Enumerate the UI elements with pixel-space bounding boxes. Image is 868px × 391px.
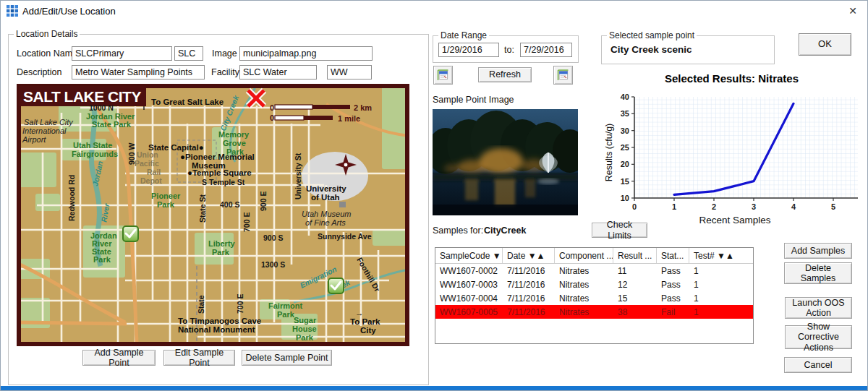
y-axis-tick-label: 15	[621, 177, 629, 186]
map-label: Utah Museum	[302, 210, 351, 218]
results-chart: 01234510152025303540 Results (cfu/g) Rec…	[603, 86, 860, 231]
window-title: Add/Edit/Use Location	[22, 6, 116, 17]
x-axis-tick-label: 5	[831, 202, 835, 211]
date-range-label: Date Range	[438, 30, 489, 40]
add-samples-button[interactable]: Add Samples	[784, 243, 852, 259]
add-sample-point-button[interactable]: Add Sample Point	[82, 350, 156, 366]
table-cell: WW1607-0004	[435, 291, 503, 305]
date-to-field[interactable]: 7/29/2016	[520, 43, 572, 57]
show-corrective-actions-button[interactable]: Show Corrective Actions	[785, 325, 852, 349]
table-cell: Nitrates	[555, 264, 613, 278]
table-row[interactable]: WW1607-00057/11/2016Nitrates38Fail1	[435, 305, 753, 319]
column-header[interactable]: SampleCode ▼ ...	[435, 248, 503, 263]
delete-samples-button[interactable]: Delete Samples	[784, 262, 852, 284]
map-label: House	[292, 325, 317, 333]
date-to-label: to:	[504, 45, 514, 55]
description-field[interactable]: Metro Water Sampling Points	[72, 65, 205, 80]
table-cell: 11	[613, 264, 657, 278]
map-label: Park	[93, 255, 111, 264]
map-label: State	[197, 295, 205, 314]
table-cell: Pass	[657, 264, 689, 278]
map-label: Depot	[140, 176, 162, 185]
location-map[interactable]: SALT LAKE CITY To Great Salt Lake1000 NJ…	[17, 84, 409, 346]
map-label: State Park	[92, 120, 132, 129]
y-axis-tick-label: 35	[621, 109, 629, 118]
location-details-label: Location Details	[14, 29, 80, 39]
map-label: City	[360, 326, 376, 335]
edit-sample-point-button[interactable]: Edit Sample Point	[163, 350, 235, 366]
map-label: Redwood Rd	[67, 175, 76, 221]
table-cell: WW1607-0002	[435, 264, 503, 278]
x-axis-tick-label: 2	[712, 202, 716, 211]
table-row[interactable]: WW1607-00027/11/2016Nitrates11Pass1	[435, 264, 753, 278]
table-cell: 1	[689, 305, 750, 319]
map-label: 0	[270, 113, 274, 122]
map-label: 700 E	[242, 212, 251, 232]
table-cell: WW1607-0003	[435, 278, 503, 291]
map-label: Fairmont	[268, 301, 302, 310]
map-label: Fairgrounds	[72, 150, 118, 158]
date-from-calendar-button[interactable]	[433, 66, 453, 85]
map-label: International	[22, 126, 67, 135]
sample-point-marker-check-2[interactable]	[328, 278, 344, 293]
cancel-button[interactable]: Cancel	[784, 357, 852, 373]
selected-sample-point-value: City Creek scenic	[610, 44, 692, 55]
description-label: Description	[17, 67, 62, 77]
facility-label: Facility	[211, 67, 239, 77]
y-axis-tick-label: 20	[621, 160, 629, 168]
map-label: Park	[212, 248, 230, 257]
map-label: 900 S	[263, 233, 283, 242]
samples-table[interactable]: SampleCode ▼ ...Date ▼▲Component ...Resu…	[435, 247, 754, 344]
table-cell: 1	[689, 291, 750, 305]
map-label: To Park	[350, 317, 380, 326]
table-cell: 1	[689, 278, 750, 291]
map-label: 700 E	[236, 294, 244, 314]
map-label: Grove	[223, 139, 246, 147]
map-label: Salt Lake City	[24, 118, 74, 126]
launch-oos-action-button[interactable]: Launch OOS Action	[785, 297, 852, 319]
facility-code-field[interactable]: WW	[327, 65, 372, 80]
image-file-field[interactable]: municipalmap.png	[239, 46, 373, 61]
table-cell: Nitrates	[555, 291, 613, 305]
delete-sample-point-button[interactable]: Delete Sample Point	[242, 350, 332, 366]
map-label: To Timpanogos Cave	[178, 317, 261, 325]
table-cell: Pass	[657, 278, 689, 291]
table-row[interactable]: WW1607-00037/11/2016Nitrates12Pass1	[435, 278, 753, 291]
samples-for-value: CityCreek	[484, 225, 526, 236]
column-header[interactable]: Date ▼▲	[503, 248, 555, 263]
close-button[interactable]: ✕	[844, 3, 861, 19]
x-axis-tick-label: 3	[752, 202, 756, 211]
column-header[interactable]: Test# ▼▲	[689, 248, 750, 263]
map-label: 0	[270, 103, 274, 112]
map-label: State St	[198, 194, 207, 223]
x-axis-tick-label: 4	[791, 202, 796, 211]
location-name-field[interactable]: SLCPrimary	[72, 46, 172, 61]
app-icon	[7, 5, 18, 17]
facility-field[interactable]: SLC Water	[239, 65, 317, 80]
map-label: Liberty	[208, 239, 236, 248]
location-code-field[interactable]: SLC	[174, 46, 203, 61]
table-cell: Pass	[657, 291, 689, 305]
table-cell: WW1607-0005	[435, 305, 503, 319]
map-title: SALT LAKE CITY	[23, 88, 141, 105]
date-from-field[interactable]: 1/29/2016	[438, 43, 499, 57]
y-axis-tick-label: 25	[621, 143, 629, 152]
date-to-calendar-button[interactable]	[553, 66, 573, 85]
table-row[interactable]: WW1607-00047/11/2016Nitrates15Pass1	[435, 291, 753, 305]
column-header[interactable]: Component ...	[555, 248, 613, 263]
table-cell: Fail	[657, 305, 689, 319]
sample-point-marker-check-1[interactable]	[123, 226, 138, 241]
map-label: 1 mile	[338, 114, 360, 123]
table-cell: Nitrates	[555, 278, 613, 291]
table-cell: 7/11/2016	[503, 291, 555, 305]
image-label: Image	[212, 48, 237, 59]
table-cell: 15	[613, 291, 657, 305]
sample-point-image-label: Sample Point Image	[433, 95, 514, 105]
ok-button[interactable]: OK	[799, 33, 851, 56]
map-label: 1300 S	[261, 260, 285, 269]
refresh-button[interactable]: Refresh	[478, 67, 532, 82]
map-building-icon	[339, 202, 346, 207]
column-header[interactable]: Stat...	[657, 248, 689, 263]
column-header[interactable]: Result ...	[613, 248, 657, 263]
map-label: Pioneer	[151, 192, 181, 200]
